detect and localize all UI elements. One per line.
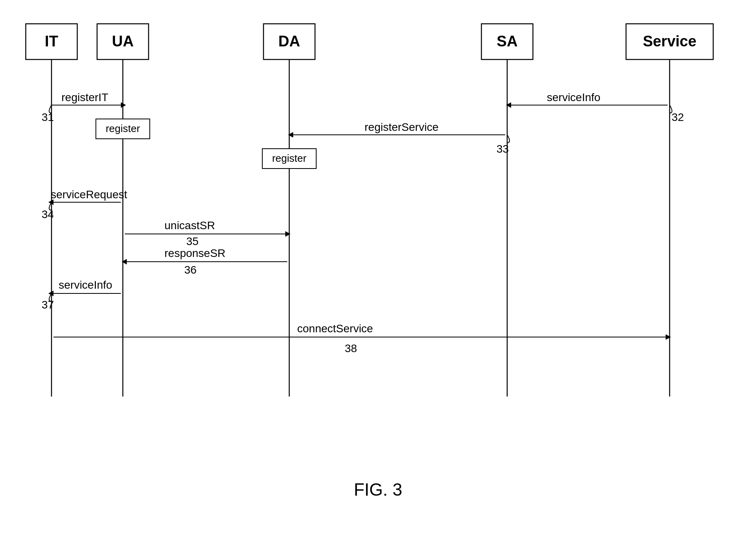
num-38: 38: [345, 342, 357, 354]
label-registerService: registerService: [365, 121, 439, 133]
label-responseSR: responseSR: [164, 247, 225, 259]
label-registerIT: registerIT: [61, 91, 108, 103]
num-34: 34: [42, 208, 54, 220]
label-serviceInfo-37: serviceInfo: [59, 279, 112, 291]
num-37: 37: [42, 299, 54, 311]
label-connectService: connectService: [297, 322, 373, 335]
num-36: 36: [184, 264, 197, 276]
entity-DA-label: DA: [279, 33, 300, 50]
register-text-DA: register: [272, 152, 307, 164]
num-33: 33: [496, 143, 509, 155]
entity-SA-label: SA: [497, 33, 518, 50]
entity-Service-label: Service: [643, 33, 696, 50]
entity-IT-label: IT: [45, 33, 58, 50]
arrowhead-registerIT: [121, 102, 126, 108]
label-unicastSR: unicastSR: [164, 219, 215, 232]
num-32: 32: [672, 111, 684, 123]
num-35: 35: [186, 235, 199, 247]
entity-UA-label: UA: [112, 33, 134, 50]
register-text-UA: register: [106, 123, 140, 134]
label-serviceInfo-32: serviceInfo: [547, 91, 600, 103]
label-serviceRequest: serviceRequest: [51, 188, 127, 201]
figure-label: FIG. 3: [354, 480, 402, 499]
arrowhead-serviceInfo-37: [48, 291, 53, 296]
num-31: 31: [42, 111, 54, 123]
sequence-diagram: IT UA DA SA Service registerIT 31 servic…: [0, 0, 756, 548]
